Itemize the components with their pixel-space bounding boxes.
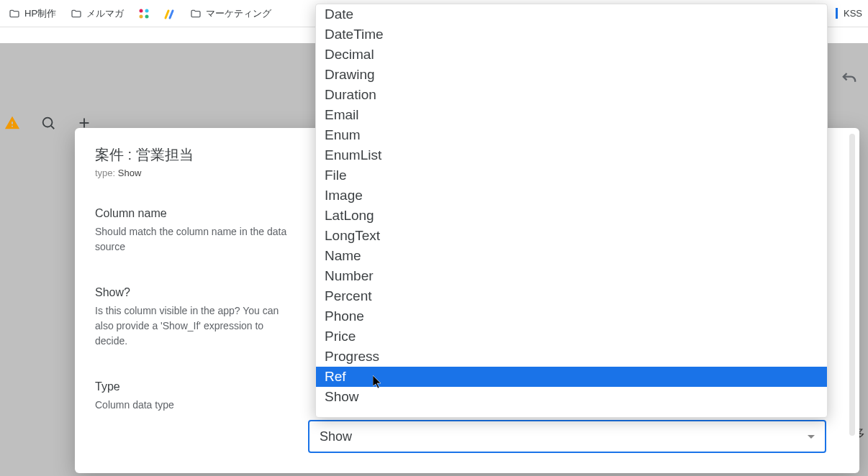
search-icon[interactable] [40, 115, 56, 131]
dropdown-option[interactable]: Ref [316, 367, 827, 387]
svg-point-1 [145, 9, 149, 12]
mouse-cursor [373, 375, 383, 390]
type-select-value: Show [320, 429, 352, 444]
dropdown-option[interactable]: Date [316, 4, 827, 24]
bookmark-mailmag[interactable]: メルマガ [68, 6, 127, 22]
dropdown-option[interactable]: Phone [316, 306, 827, 326]
dropdown-option[interactable]: Duration [316, 85, 827, 105]
svg-point-4 [43, 118, 53, 127]
type-select[interactable]: Show [308, 420, 826, 453]
bookmark-marketing[interactable]: マーケティング [187, 6, 274, 22]
dropdown-option[interactable]: Price [316, 326, 827, 347]
dropdown-option[interactable]: Image [316, 186, 827, 206]
svg-line-5 [51, 126, 54, 129]
undo-button[interactable] [839, 68, 859, 88]
field-show-desc: Is this column visible in the app? You c… [95, 303, 289, 349]
bookmark-slack[interactable] [135, 6, 153, 21]
dropdown-option[interactable]: LongText [316, 226, 827, 246]
dropdown-option[interactable]: File [316, 165, 827, 186]
dropdown-option[interactable]: Drawing [316, 65, 827, 85]
svg-point-2 [140, 14, 143, 18]
dropdown-option[interactable]: Show [316, 387, 827, 407]
dropdown-option[interactable]: Decimal [316, 45, 827, 65]
type-prefix: type: [95, 168, 115, 178]
bookmark-hp[interactable]: HP制作 [6, 6, 59, 22]
bookmark-mailmag-label: メルマガ [86, 7, 124, 20]
folder-icon [71, 8, 82, 19]
folder-icon [190, 8, 202, 19]
svg-point-0 [140, 9, 143, 12]
bookmark-kss-label: KSS [844, 8, 862, 19]
folder-icon [9, 8, 20, 19]
field-type-desc: Column data type [95, 398, 289, 413]
dropdown-option[interactable]: EnumList [316, 145, 827, 165]
bookmark-hp-label: HP制作 [24, 7, 56, 20]
chevron-down-icon [808, 435, 815, 439]
dropdown-option[interactable]: Percent [316, 286, 827, 306]
bookmark-adsense[interactable] [161, 6, 178, 21]
dropdown-option[interactable]: DateTime [316, 24, 827, 45]
warning-icon[interactable] [4, 115, 20, 131]
dropdown-option[interactable]: Name [316, 246, 827, 266]
dropdown-option[interactable]: LatLong [316, 206, 827, 226]
bookmark-marketing-label: マーケティング [206, 7, 271, 20]
dialog-scrollbar[interactable] [849, 134, 855, 436]
dropdown-option[interactable]: Progress [316, 347, 827, 367]
type-dropdown-list: DateDateTimeDecimalDrawingDurationEmailE… [315, 4, 828, 418]
bookmark-kss[interactable]: KSS [836, 8, 862, 19]
type-value: Show [118, 168, 142, 178]
field-colname-desc: Should match the column name in the data… [95, 224, 289, 255]
slack-icon [138, 8, 150, 19]
svg-point-3 [145, 14, 149, 18]
adsense-icon [164, 8, 176, 19]
dropdown-option[interactable]: Email [316, 105, 827, 125]
dropdown-option[interactable]: Number [316, 266, 827, 286]
dropdown-option[interactable]: Enum [316, 125, 827, 145]
